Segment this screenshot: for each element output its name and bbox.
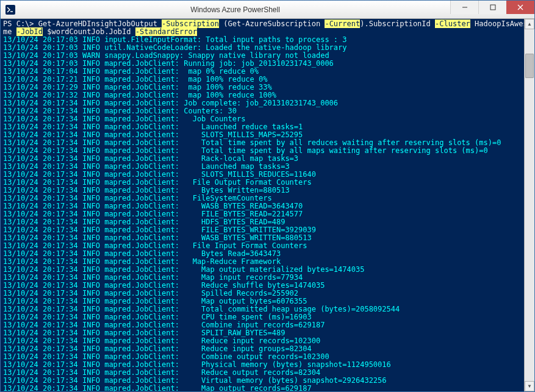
console-output[interactable]: PS C:\> Get-AzureHDInsightJobOutput -Sub… [1,19,524,391]
scroll-down-button[interactable]: ▼ [525,381,534,391]
maximize-icon [490,4,496,10]
close-icon [517,4,523,10]
console-area: PS C:\> Get-AzureHDInsightJobOutput -Sub… [1,19,534,391]
maximize-button[interactable] [478,1,506,14]
scroll-thumb[interactable] [525,54,534,78]
svg-rect-3 [490,5,495,10]
powershell-window: Windows Azure PowerShell PS C:\> Get-Azu… [0,0,535,392]
scroll-track[interactable] [525,29,534,381]
titlebar[interactable]: Windows Azure PowerShell [1,1,534,19]
powershell-icon [5,5,15,15]
close-button[interactable] [506,1,534,14]
window-title: Windows Azure PowerShell [20,5,450,14]
minimize-button[interactable] [450,1,478,14]
vertical-scrollbar[interactable]: ▲ ▼ [524,19,534,391]
window-controls [450,1,534,18]
output-line: 13/10/24 20:17:34 INFO mapred.JobClient:… [3,385,522,391]
minimize-icon [462,4,468,10]
scroll-up-button[interactable]: ▲ [525,19,534,29]
